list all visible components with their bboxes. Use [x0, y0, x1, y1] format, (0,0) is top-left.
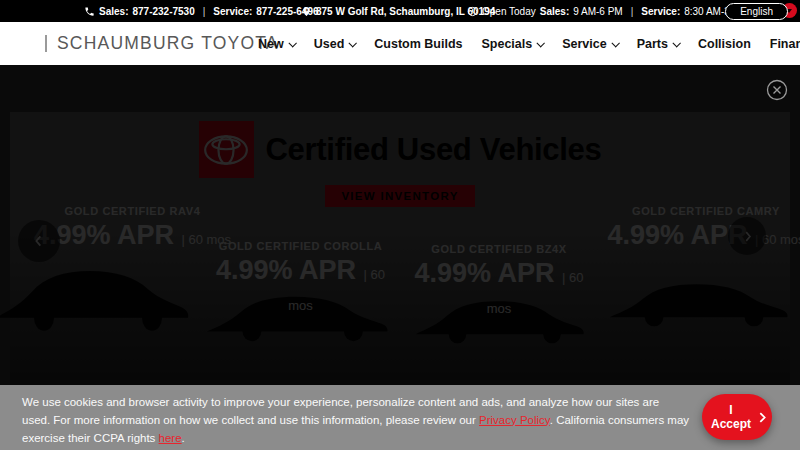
- page: Sales: 877-232-7530 | Service: 877-225-6…: [0, 0, 800, 450]
- hours-service-label: Service:: [641, 6, 680, 17]
- nav-item-used[interactable]: Used: [314, 37, 356, 51]
- cookie-consent-banner: We use cookies and browser activity to i…: [0, 385, 800, 450]
- dealer-name-logo[interactable]: SCHAUMBURG TOYOTA: [57, 22, 279, 65]
- service-label: Service:: [213, 6, 252, 17]
- nav-menu: New Used Custom Builds Specials Service …: [258, 22, 800, 65]
- nav-item-service[interactable]: Service: [562, 37, 617, 51]
- open-today-text: Open Today: [482, 6, 536, 17]
- separator: |: [631, 6, 634, 17]
- sales-label: Sales:: [99, 6, 128, 17]
- hours-sales-label: Sales:: [540, 6, 569, 17]
- chevron-down-icon: [537, 39, 545, 47]
- nav-item-collision[interactable]: Collision: [698, 37, 751, 51]
- cookie-consent-text: We use cookies and browser activity to i…: [22, 394, 690, 447]
- sales-phone-link[interactable]: 877-232-7530: [132, 6, 194, 17]
- hero-carousel-section: Certified Used Vehicles VIEW INVENTORY G…: [0, 65, 800, 385]
- close-modal-button[interactable]: [766, 79, 788, 101]
- chevron-down-icon: [349, 39, 357, 47]
- nav-item-finance[interactable]: Finance: [770, 37, 800, 51]
- accept-label: I Accept: [708, 403, 754, 431]
- clock-icon: [467, 6, 478, 17]
- chevron-down-icon: [672, 39, 680, 47]
- location-pin-icon: [301, 6, 312, 17]
- nav-item-specials[interactable]: Specials: [481, 37, 543, 51]
- chevron-right-icon: [759, 412, 766, 423]
- nav-item-custom-builds[interactable]: Custom Builds: [374, 37, 462, 51]
- accept-cookies-button[interactable]: I Accept: [702, 394, 772, 440]
- top-info-bar: Sales: 877-232-7530 | Service: 877-225-6…: [0, 0, 800, 22]
- modal-dim-overlay: [0, 65, 800, 385]
- chevron-down-icon: [288, 39, 296, 47]
- language-select[interactable]: English: [725, 3, 788, 20]
- hours-sales-value: 9 AM-6 PM: [573, 6, 622, 17]
- ccpa-here-link[interactable]: here: [159, 432, 182, 444]
- phone-numbers-group: Sales: 877-232-7530 | Service: 877-225-6…: [84, 0, 319, 22]
- language-select-value: English: [740, 6, 773, 17]
- nav-item-new[interactable]: New: [258, 37, 295, 51]
- close-icon: [766, 79, 788, 101]
- privacy-policy-link[interactable]: Privacy Policy: [479, 414, 550, 426]
- hours-group: Open Today Sales: 9 AM-6 PM | Service: 8…: [467, 0, 748, 22]
- separator: |: [203, 6, 206, 17]
- nav-item-parts[interactable]: Parts: [637, 37, 679, 51]
- chevron-down-icon: [611, 39, 619, 47]
- logo-divider: [45, 35, 47, 52]
- main-navigation: SCHAUMBURG TOYOTA New Used Custom Builds…: [0, 22, 800, 65]
- phone-icon: [84, 6, 95, 17]
